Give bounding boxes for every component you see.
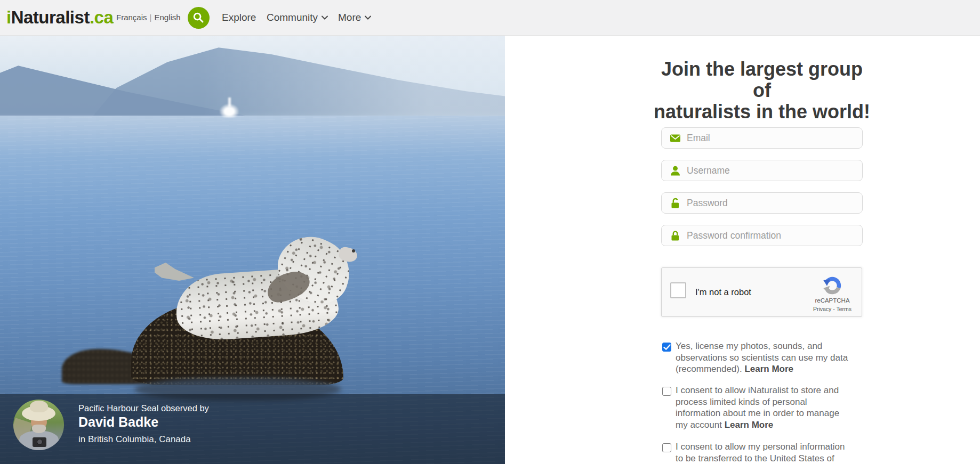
inaturalist-logo[interactable]: iNaturalist.ca	[6, 0, 113, 35]
attribution-overlay	[0, 394, 505, 464]
nav-more-label: More	[338, 12, 361, 23]
page-title: Join the largest group of naturalists in…	[650, 59, 873, 123]
nav-explore-label: Explore	[222, 12, 256, 23]
unlock-icon	[670, 198, 681, 209]
storage-consent-checkbox[interactable]	[662, 387, 671, 396]
recaptcha-terms-link[interactable]: Terms	[837, 306, 852, 312]
seal-nose	[352, 249, 355, 253]
consent-label: Yes, license my photos, sounds, and obse…	[676, 340, 856, 375]
seal-tail-flippers	[155, 263, 194, 287]
haze	[203, 36, 505, 122]
logo-i: i	[6, 7, 11, 27]
hero-photo: Pacific Harbour Seal observed by David B…	[0, 36, 505, 464]
password-confirmation-field	[661, 225, 863, 246]
signup-page: iNaturalist.ca Français|English Explore …	[0, 0, 980, 464]
consent-text: I consent to allow my personal informati…	[676, 442, 845, 463]
chevron-down-icon	[361, 12, 371, 23]
email-field	[661, 127, 863, 149]
recaptcha-label: I'm not a robot	[695, 287, 751, 297]
password-input[interactable]	[687, 193, 857, 213]
nav-more[interactable]: More	[338, 0, 371, 35]
search-button[interactable]	[188, 7, 210, 29]
consent-label: I consent to allow my personal informati…	[676, 441, 856, 464]
photo-credit-line: Pacific Harbour Seal observed by	[78, 403, 209, 413]
password-field	[661, 192, 863, 214]
observer-avatar[interactable]	[13, 400, 64, 450]
email-input[interactable]	[687, 128, 857, 148]
recaptcha-checkbox[interactable]	[670, 282, 686, 298]
distant-boat	[220, 104, 239, 118]
seal-illustration	[156, 242, 358, 349]
license-checkbox[interactable]	[662, 343, 671, 352]
learn-more-link[interactable]: Learn More	[725, 420, 774, 430]
avatar-beard	[32, 425, 46, 433]
avatar-camera-lens	[37, 439, 43, 445]
nav-explore[interactable]: Explore	[222, 0, 256, 35]
transfer-consent-checkbox[interactable]	[662, 443, 671, 452]
language-separator: |	[147, 13, 155, 22]
observer-name-link[interactable]: David Badke	[78, 414, 158, 430]
user-icon	[670, 165, 681, 176]
signup-panel: Join the largest group of naturalists in…	[505, 36, 980, 464]
learn-more-link[interactable]: Learn More	[744, 364, 793, 374]
envelope-icon	[670, 133, 681, 144]
observation-location: in British Columbia, Canada	[78, 434, 191, 445]
recaptcha-privacy-link[interactable]: Privacy	[813, 306, 831, 312]
language-link-francais[interactable]: Français	[116, 13, 147, 22]
logo-name: Naturalist	[11, 7, 90, 27]
nav-community[interactable]: Community	[267, 0, 328, 35]
username-input[interactable]	[687, 161, 857, 180]
chevron-down-icon	[318, 12, 328, 23]
recaptcha-links: Privacy - Terms	[806, 306, 859, 312]
avatar-hat-top	[30, 401, 48, 412]
recaptcha-brand: reCAPTCHA	[812, 297, 853, 304]
lock-icon	[670, 230, 681, 241]
password-confirmation-input[interactable]	[687, 226, 857, 245]
language-link-english[interactable]: English	[154, 13, 180, 22]
nav-community-label: Community	[267, 12, 318, 23]
recaptcha-links-separator: -	[833, 306, 835, 312]
recaptcha-widget: I'm not a robot reCAPTCHA Privacy - Term…	[661, 267, 862, 317]
top-navbar: iNaturalist.ca Français|English Explore …	[0, 0, 980, 36]
username-field	[661, 160, 863, 181]
consent-label: I consent to allow iNaturalist to store …	[676, 385, 856, 430]
logo-tld: .ca	[90, 7, 113, 27]
recaptcha-logo-icon	[822, 275, 843, 296]
language-switcher: Français|English	[116, 0, 181, 35]
